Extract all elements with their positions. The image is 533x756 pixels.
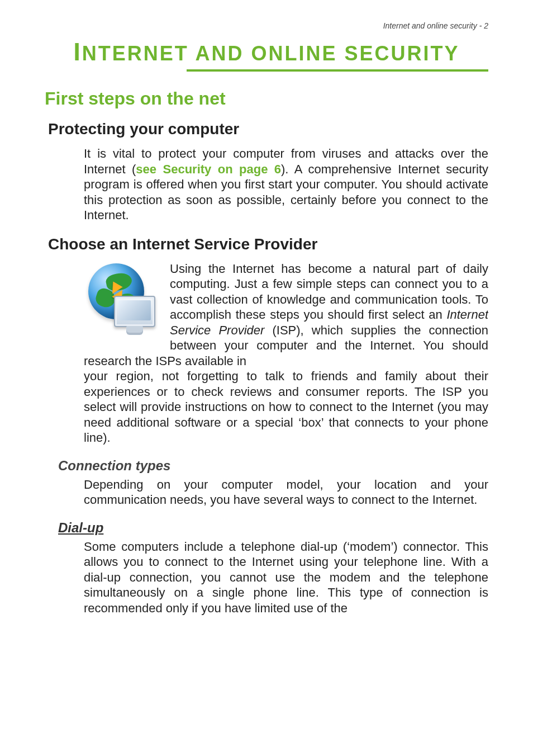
heading-dialup: Dial-up [58, 520, 488, 536]
title-first-letter: I [74, 38, 82, 65]
heading-choose-isp: Choose an Internet Service Provider [48, 235, 488, 253]
page-title: INTERNET AND ONLINE SECURITY [45, 38, 488, 66]
heading-protecting: Protecting your computer [48, 120, 488, 138]
heading-connection-types: Connection types [58, 458, 488, 474]
isp-block: Using the Internet has become a natural … [84, 261, 488, 446]
isp-row: Using the Internet has become a natural … [84, 261, 488, 369]
globe-monitor-internet-icon [84, 261, 162, 351]
para-isp-2: your region, not forgetting to talk to f… [84, 368, 488, 446]
monitor-icon [114, 296, 155, 327]
title-underline [187, 69, 488, 72]
link-security-page6[interactable]: see Security on page 6 [136, 162, 281, 176]
para-connection-types: Depending on your computer model, your l… [84, 477, 488, 508]
isp-text-a: Using the Internet has become a natural … [170, 262, 488, 322]
title-rest: NTERNET AND ONLINE SECURITY [82, 42, 460, 65]
para-dialup: Some computers include a telephone dial-… [84, 539, 488, 616]
para-protecting: It is vital to protect your computer fro… [84, 146, 488, 223]
page: Internet and online security - 2 INTERNE… [0, 0, 533, 756]
running-header: Internet and online security - 2 [45, 21, 488, 30]
section-first-steps: First steps on the net [45, 88, 488, 109]
